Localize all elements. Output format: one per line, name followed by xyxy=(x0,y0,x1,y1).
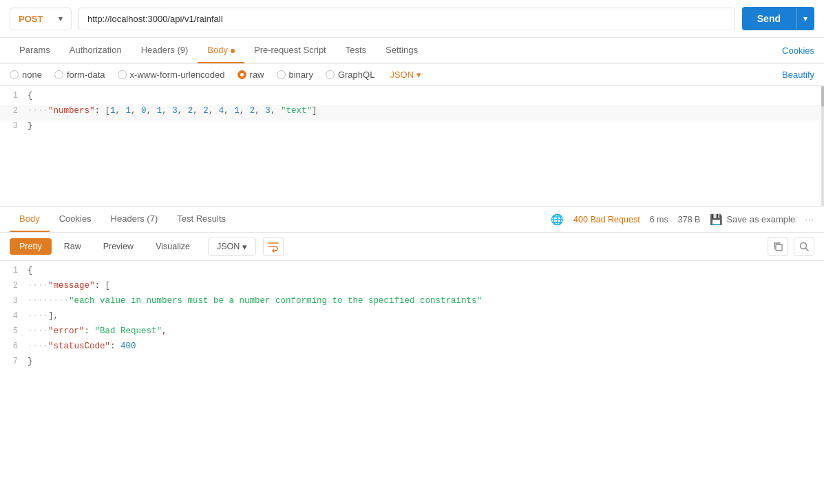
svg-rect-0 xyxy=(776,244,782,251)
req-line-content-1: { xyxy=(28,91,824,101)
radio-binary-label: binary xyxy=(289,70,313,80)
search-icon xyxy=(799,241,810,252)
cookies-link[interactable]: Cookies xyxy=(782,45,814,56)
more-options-icon[interactable]: ··· xyxy=(805,214,814,224)
radio-binary[interactable]: binary xyxy=(277,70,313,80)
resp-tab-headers[interactable]: Headers (7) xyxy=(101,207,168,232)
resp-line-7: 7 } xyxy=(0,356,824,371)
tab-settings[interactable]: Settings xyxy=(376,38,427,63)
resp-line-num-7: 7 xyxy=(0,357,28,366)
response-format-label: JSON xyxy=(217,242,240,251)
resp-tab-body[interactable]: Body xyxy=(10,207,50,232)
resp-line-num-2: 2 xyxy=(0,281,28,291)
response-body-viewer: 1 { 2 ····"message": [ 3 ········"each v… xyxy=(0,261,824,375)
tab-tests[interactable]: Tests xyxy=(336,38,376,63)
resp-line-num-6: 6 xyxy=(0,342,28,351)
save-as-example-button[interactable]: 💾 Save as example xyxy=(710,213,795,226)
resp-line-6: 6 ····"statusCode": 400 xyxy=(0,341,824,356)
req-line-num-2: 2 xyxy=(0,106,28,116)
radio-raw[interactable]: raw xyxy=(237,70,264,80)
radio-urlencoded[interactable]: x-www-form-urlencoded xyxy=(118,70,225,80)
json-format-selector[interactable]: JSON ▾ xyxy=(390,70,421,80)
radio-graphql[interactable]: GraphQL xyxy=(326,70,374,80)
radio-none[interactable]: none xyxy=(10,70,42,80)
response-actions xyxy=(768,237,814,256)
send-dropdown-icon[interactable]: ▾ xyxy=(796,8,814,30)
tab-body[interactable]: Body xyxy=(198,38,244,63)
req-line-2: 2 ····"numbers": [1, 1, 0, 1, 3, 2, 2, 4… xyxy=(0,105,824,120)
format-preview-button[interactable]: Preview xyxy=(94,238,143,255)
resp-line-4: 4 ····], xyxy=(0,311,824,326)
radio-raw-dot xyxy=(237,70,246,79)
copy-response-button[interactable] xyxy=(768,237,788,256)
response-tabs: Body Cookies Headers (7) Test Results xyxy=(10,207,235,232)
resp-tab-test-results[interactable]: Test Results xyxy=(167,207,235,232)
radio-graphql-dot xyxy=(326,70,335,79)
radio-raw-label: raw xyxy=(250,70,264,80)
wrap-button[interactable] xyxy=(263,237,284,256)
send-button[interactable]: Send ▾ xyxy=(742,7,814,30)
globe-icon: 🌐 xyxy=(551,213,564,226)
radio-none-dot xyxy=(10,70,19,79)
radio-graphql-label: GraphQL xyxy=(338,70,374,80)
body-type-bar: none form-data x-www-form-urlencoded raw… xyxy=(0,64,824,86)
radio-urlencoded-dot xyxy=(118,70,127,79)
tab-params[interactable]: Params xyxy=(10,38,60,63)
format-raw-button[interactable]: Raw xyxy=(54,238,91,255)
editor-scrollbar-thumb xyxy=(821,86,824,107)
resp-line-content-5: ····"error": "Bad Request", xyxy=(28,326,824,336)
radio-none-label: none xyxy=(22,70,42,80)
resp-line-content-7: } xyxy=(28,357,824,366)
copy-icon xyxy=(772,241,783,252)
resp-line-content-1: { xyxy=(28,266,824,275)
radio-form-data-dot xyxy=(54,70,63,79)
body-active-dot xyxy=(231,49,235,53)
json-format-label: JSON xyxy=(390,70,414,80)
tab-pre-request[interactable]: Pre-request Script xyxy=(244,38,336,63)
req-line-3: 3 } xyxy=(0,120,824,136)
resp-line-num-5: 5 xyxy=(0,326,28,336)
response-size: 378 B xyxy=(678,215,701,224)
resp-line-content-2: ····"message": [ xyxy=(28,281,824,291)
req-line-num-3: 3 xyxy=(0,121,28,131)
response-format-chevron-icon: ▾ xyxy=(242,242,247,252)
req-line-content-3: } xyxy=(28,121,824,131)
search-response-button[interactable] xyxy=(794,237,814,256)
status-badge: 400 Bad Request xyxy=(573,215,640,224)
radio-urlencoded-label: x-www-form-urlencoded xyxy=(130,70,225,80)
resp-line-num-3: 3 xyxy=(0,296,28,306)
wrap-icon xyxy=(267,240,279,253)
response-json-selector[interactable]: JSON ▾ xyxy=(208,238,256,256)
response-header: Body Cookies Headers (7) Test Results 🌐 … xyxy=(0,207,824,233)
resp-line-num-1: 1 xyxy=(0,266,28,275)
resp-line-num-4: 4 xyxy=(0,311,28,321)
radio-binary-dot xyxy=(277,70,286,79)
url-input[interactable] xyxy=(78,8,735,30)
json-format-chevron-icon: ▾ xyxy=(416,70,421,80)
tab-body-label: Body xyxy=(207,45,228,55)
response-time: 6 ms xyxy=(650,215,668,224)
editor-scrollbar[interactable] xyxy=(821,86,824,206)
save-example-label: Save as example xyxy=(726,214,795,224)
resp-line-1: 1 { xyxy=(0,265,824,280)
format-visualize-button[interactable]: Visualize xyxy=(146,238,200,255)
resp-line-5: 5 ····"error": "Bad Request", xyxy=(0,326,824,341)
request-body-editor[interactable]: 1 { 2 ····"numbers": [1, 1, 0, 1, 3, 2, … xyxy=(0,86,824,207)
resp-line-3: 3 ········"each value in numbers must be… xyxy=(0,295,824,311)
req-line-num-1: 1 xyxy=(0,91,28,101)
save-icon: 💾 xyxy=(710,213,723,226)
req-line-content-2: ····"numbers": [1, 1, 0, 1, 3, 2, 2, 4, … xyxy=(28,106,824,116)
tab-authorization[interactable]: Authorization xyxy=(60,38,131,63)
tab-headers[interactable]: Headers (9) xyxy=(131,38,198,63)
method-selector[interactable]: POST ▾ xyxy=(10,8,72,30)
radio-form-data-label: form-data xyxy=(67,70,105,80)
resp-tab-cookies[interactable]: Cookies xyxy=(50,207,101,232)
resp-line-content-4: ····], xyxy=(28,311,824,321)
resp-line-content-3: ········"each value in numbers must be a… xyxy=(28,296,824,306)
radio-form-data[interactable]: form-data xyxy=(54,70,105,80)
beautify-button[interactable]: Beautify xyxy=(782,70,814,80)
send-label: Send xyxy=(742,7,796,30)
resp-line-2: 2 ····"message": [ xyxy=(0,280,824,295)
url-bar: POST ▾ Send ▾ xyxy=(0,0,824,38)
format-pretty-button[interactable]: Pretty xyxy=(10,238,52,255)
